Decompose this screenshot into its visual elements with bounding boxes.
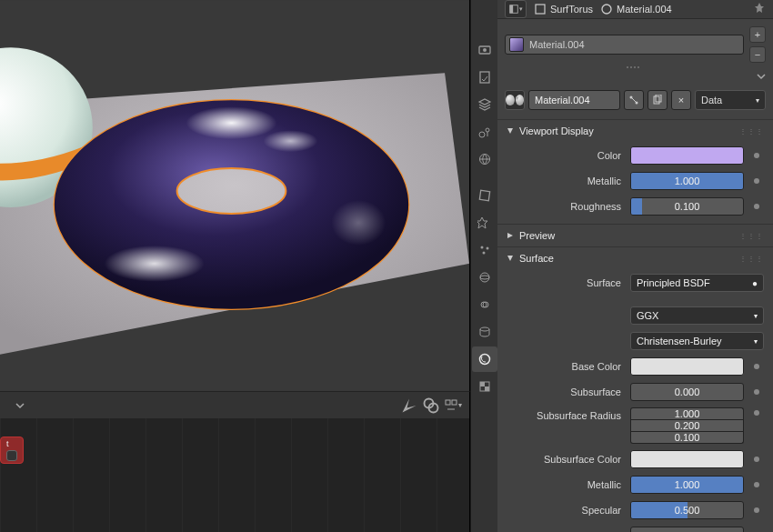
tab-render[interactable] — [472, 37, 497, 63]
viewport-footer: ▾ — [0, 391, 470, 418]
tab-data[interactable] — [472, 319, 497, 345]
label-subsurface: Subsurface — [507, 386, 625, 397]
material-slot[interactable]: Material.004 — [505, 35, 744, 55]
sss-method-dropdown[interactable]: Christensen-Burley▾ — [630, 332, 764, 350]
svg-point-23 — [480, 273, 489, 282]
material-name-label: Material.004 — [617, 4, 672, 15]
panel-drag-grip[interactable]: ⋮⋮⋮ — [739, 127, 764, 136]
input-dot[interactable] — [754, 389, 759, 395]
3d-viewport[interactable] — [0, 0, 470, 391]
node-socket[interactable] — [6, 450, 17, 461]
svg-rect-31 — [536, 5, 545, 14]
viewport-color-field[interactable] — [630, 146, 744, 165]
anim-dot[interactable] — [754, 153, 759, 158]
svg-point-6 — [263, 130, 317, 152]
panel-drag-grip[interactable]: ⋮⋮⋮ — [739, 255, 764, 263]
anim-dot[interactable] — [754, 204, 759, 209]
subsurface-color-field[interactable] — [630, 450, 744, 468]
input-dot[interactable] — [754, 507, 759, 513]
subsurface-radius-x[interactable]: 1.000 — [630, 407, 744, 419]
snap-options-icon[interactable]: ▾ — [444, 396, 462, 415]
pin-icon[interactable] — [753, 2, 766, 16]
svg-point-22 — [482, 252, 485, 255]
svg-rect-35 — [654, 96, 659, 104]
svg-rect-12 — [452, 400, 457, 405]
collapse-icon[interactable] — [11, 396, 29, 415]
material-name-field[interactable]: Material.004 — [528, 90, 620, 110]
panel-header-preview[interactable]: Preview ⋮⋮⋮ — [497, 225, 773, 246]
material-specials-menu[interactable] — [505, 72, 766, 81]
surface-shader-dropdown[interactable]: Principled BSDF● — [630, 274, 764, 292]
tab-modifiers[interactable] — [472, 210, 497, 236]
tab-physics[interactable] — [472, 265, 497, 290]
svg-rect-19 — [479, 190, 489, 200]
node-toggle-button[interactable] — [624, 90, 644, 110]
label-base-color: Base Color — [507, 361, 625, 372]
svg-point-21 — [486, 247, 488, 250]
svg-rect-36 — [656, 95, 661, 102]
tab-constraints[interactable] — [472, 292, 497, 317]
panel-title: Viewport Display — [519, 125, 594, 136]
label-metallic: Metallic — [507, 479, 625, 490]
metallic-field[interactable]: 1.000 — [630, 476, 744, 494]
label-surface: Surface — [507, 277, 625, 288]
label-subsurface-color: Subsurface Color — [507, 454, 625, 465]
svg-point-16 — [479, 132, 485, 137]
tab-particles[interactable] — [472, 237, 497, 263]
specular-tint-field[interactable] — [630, 527, 744, 532]
context-object[interactable]: SurfTorus — [534, 3, 593, 15]
svg-point-14 — [483, 48, 487, 52]
input-dot[interactable] — [754, 457, 759, 462]
tab-world[interactable] — [472, 146, 497, 172]
tab-object[interactable] — [472, 183, 497, 208]
svg-point-5 — [105, 246, 205, 282]
svg-rect-28 — [485, 386, 489, 391]
material-link-dropdown[interactable]: Data ▾ — [695, 90, 766, 110]
input-dot[interactable] — [754, 410, 759, 416]
svg-rect-30 — [510, 5, 513, 14]
node-material-output[interactable]: t — [0, 437, 24, 464]
anim-dot[interactable] — [754, 178, 759, 184]
tab-scene[interactable] — [472, 119, 497, 145]
label-color: Color — [507, 150, 625, 161]
panel-header-surface[interactable]: Surface ⋮⋮⋮ — [497, 247, 773, 269]
material-browse-dropdown[interactable]: ▾ — [505, 90, 525, 110]
tab-texture[interactable] — [472, 374, 497, 399]
panel-header-viewport-display[interactable]: Viewport Display ⋮⋮⋮ — [497, 120, 773, 142]
distribution-dropdown[interactable]: GGX▾ — [630, 306, 764, 325]
svg-point-32 — [602, 5, 611, 14]
base-color-field[interactable] — [630, 357, 744, 376]
viewport-roughness-field[interactable]: 0.100 — [630, 197, 744, 216]
tab-viewlayer[interactable] — [472, 92, 497, 117]
unlink-material-button[interactable]: × — [671, 90, 691, 110]
snap-overlap-icon[interactable] — [422, 396, 440, 415]
subsurface-radius-y[interactable]: 0.200 — [630, 419, 744, 432]
viewport-metallic-field[interactable]: 1.000 — [630, 172, 744, 190]
svg-point-17 — [486, 128, 489, 132]
object-name-label: SurfTorus — [550, 4, 593, 15]
node-editor-area[interactable]: t — [0, 418, 470, 532]
svg-rect-27 — [480, 382, 485, 386]
label-specular: Specular — [507, 505, 625, 516]
cursor-warp-icon[interactable] — [400, 396, 418, 415]
properties-header: ▾ SurfTorus Material.004 — [497, 0, 773, 19]
input-dot[interactable] — [754, 482, 759, 487]
new-material-button[interactable] — [648, 90, 668, 110]
panel-title: Surface — [519, 253, 554, 264]
svg-point-4 — [186, 106, 277, 139]
subsurface-radius-z[interactable]: 0.100 — [630, 432, 744, 444]
svg-point-7 — [331, 200, 386, 246]
context-material[interactable]: Material.004 — [600, 3, 672, 15]
remove-material-slot-button[interactable]: − — [749, 46, 766, 63]
label-metallic: Metallic — [507, 176, 625, 186]
panel-drag-grip[interactable]: ⋮⋮⋮ — [739, 232, 764, 240]
tab-material[interactable] — [472, 346, 497, 372]
slot-list-resize-grip[interactable] — [505, 66, 766, 70]
subsurface-field[interactable]: 0.000 — [630, 383, 744, 401]
label-roughness: Roughness — [507, 201, 625, 212]
input-dot[interactable] — [754, 364, 759, 369]
add-material-slot-button[interactable]: + — [749, 26, 766, 43]
tab-output[interactable] — [472, 65, 497, 90]
editor-type-dropdown[interactable]: ▾ — [505, 0, 527, 18]
specular-field[interactable]: 0.500 — [630, 501, 744, 519]
